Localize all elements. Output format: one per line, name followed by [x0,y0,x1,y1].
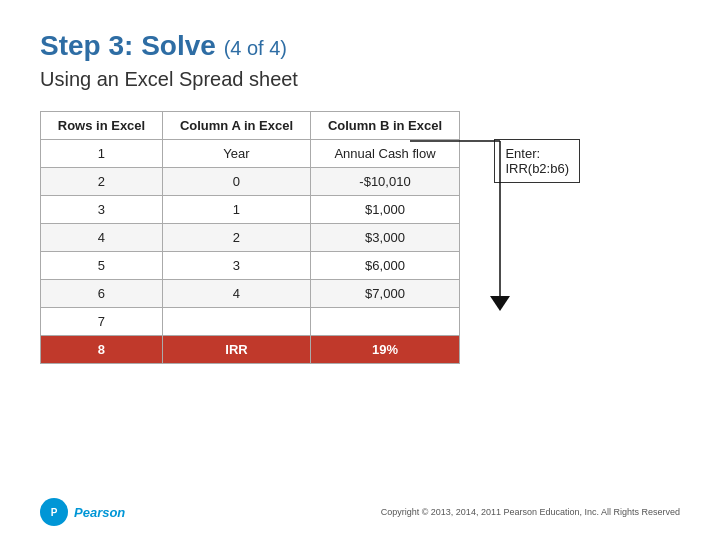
table-row: 64$7,000 [41,280,460,308]
table-row: 53$6,000 [41,252,460,280]
table-cell: 1 [162,196,310,224]
table-row: 1YearAnnual Cash flow [41,140,460,168]
table-row: 31$1,000 [41,196,460,224]
col-header-2: Column A in Excel [162,112,310,140]
svg-marker-2 [490,296,510,311]
table-wrapper: Rows in Excel Column A in Excel Column B… [40,111,460,364]
table-cell: -$10,010 [310,168,459,196]
table-row: 8IRR19% [41,336,460,364]
table-row: 20-$10,010 [41,168,460,196]
table-cell [162,308,310,336]
pearson-label: Pearson [74,505,125,520]
table-cell: 4 [41,224,163,252]
table-cell: 2 [41,168,163,196]
title-text: Step 3: Solve [40,30,216,61]
table-cell: 4 [162,280,310,308]
table-cell: Year [162,140,310,168]
table-cell: 19% [310,336,459,364]
pearson-logo: P Pearson [40,498,125,526]
table-cell: 1 [41,140,163,168]
table-cell: $7,000 [310,280,459,308]
subtitle-text: (4 of 4) [224,37,287,59]
table-cell: 8 [41,336,163,364]
table-cell: 2 [162,224,310,252]
table-cell [310,308,459,336]
copyright-text: Copyright © 2013, 2014, 2011 Pearson Edu… [381,507,680,517]
table-cell: IRR [162,336,310,364]
col-header-3: Column B in Excel [310,112,459,140]
col-header-1: Rows in Excel [41,112,163,140]
enter-box: Enter:IRR(b2:b6) [494,139,580,183]
table-cell: Annual Cash flow [310,140,459,168]
data-table: Rows in Excel Column A in Excel Column B… [40,111,460,364]
table-cell: 3 [162,252,310,280]
main-title: Step 3: Solve (4 of 4) [40,30,680,62]
table-cell: 3 [41,196,163,224]
footer: P Pearson Copyright © 2013, 2014, 2011 P… [0,498,720,526]
table-cell: 0 [162,168,310,196]
table-cell: $3,000 [310,224,459,252]
table-row: 7 [41,308,460,336]
pearson-icon: P [40,498,68,526]
table-cell: $6,000 [310,252,459,280]
page: Step 3: Solve (4 of 4) Using an Excel Sp… [0,0,720,540]
table-row: 42$3,000 [41,224,460,252]
table-cell: 7 [41,308,163,336]
table-cell: $1,000 [310,196,459,224]
sub-title: Using an Excel Spread sheet [40,68,680,91]
table-cell: 6 [41,280,163,308]
table-cell: 5 [41,252,163,280]
